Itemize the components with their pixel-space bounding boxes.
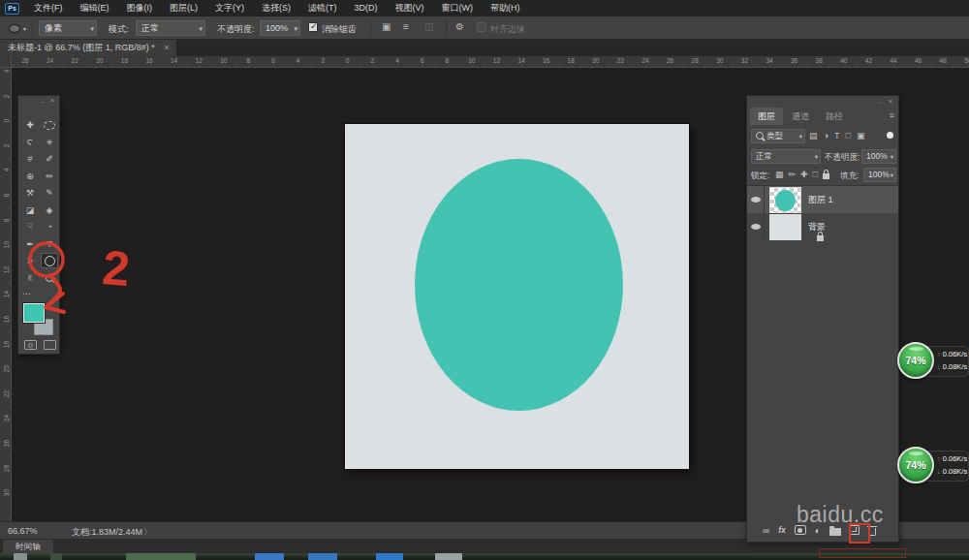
pen-tool[interactable]: ✒ bbox=[21, 236, 39, 252]
menu-item-2[interactable]: 图像(I) bbox=[118, 0, 162, 16]
h-ruler-tick: 6 bbox=[271, 57, 275, 64]
eyedropper-tool[interactable]: ✐ bbox=[41, 151, 58, 167]
taskbar-item-1[interactable] bbox=[50, 553, 62, 560]
ellipse-tool[interactable] bbox=[41, 253, 58, 268]
screen-mode-icon[interactable] bbox=[44, 340, 56, 350]
opacity-select[interactable]: 100% bbox=[260, 20, 300, 36]
layer-thumbnail[interactable] bbox=[769, 187, 801, 213]
quick-mask-icon[interactable] bbox=[24, 340, 37, 350]
eraser-tool[interactable]: ◪ bbox=[21, 202, 39, 218]
layer-visibility-toggle[interactable] bbox=[747, 186, 765, 213]
panel-collapse-close-icons[interactable]: ‥ × bbox=[878, 98, 894, 106]
current-tool-button[interactable]: ▾ bbox=[6, 20, 33, 36]
tool-settings-gear-icon[interactable]: ⚙ bbox=[455, 21, 464, 32]
menu-item-9[interactable]: 窗口(W) bbox=[433, 0, 483, 16]
menu-item-4[interactable]: 文字(Y) bbox=[206, 0, 253, 16]
layer-filter-select[interactable]: 类型 bbox=[751, 129, 805, 143]
paint-bucket-tool[interactable]: ◈ bbox=[41, 202, 58, 218]
badge-percent-circle[interactable]: 74% bbox=[897, 342, 934, 379]
antialias-checkbox[interactable] bbox=[308, 22, 318, 32]
filter-type-layers-icon[interactable]: T bbox=[834, 131, 840, 140]
menu-item-3[interactable]: 图层(L) bbox=[161, 0, 206, 16]
magic-wand-tool[interactable]: ✳ bbox=[41, 135, 58, 150]
h-ruler-tick: 30 bbox=[716, 57, 723, 64]
filter-smart-object-icon[interactable]: ▣ bbox=[857, 131, 865, 140]
drawn-ellipse-shape[interactable] bbox=[415, 159, 623, 411]
taskbar-item-3[interactable] bbox=[255, 553, 284, 560]
more-tools-icon[interactable]: ⋯ bbox=[22, 289, 31, 298]
filter-shape-layers-icon[interactable]: □ bbox=[845, 131, 850, 140]
layer-thumbnail[interactable] bbox=[769, 214, 801, 240]
layers-panel-tab-1[interactable]: 通道 bbox=[784, 108, 817, 125]
zoom-level-value[interactable]: 66.67% bbox=[8, 526, 38, 536]
taskbar-item-4[interactable] bbox=[308, 553, 337, 560]
document-tab[interactable]: 未标题-1 @ 66.7% (图层 1, RGB/8#) * × bbox=[0, 40, 177, 56]
network-speed-badge[interactable]: ↑0.06K/s↓0.08K/s74% bbox=[897, 447, 969, 485]
canvas[interactable] bbox=[345, 124, 689, 469]
pencil-tool[interactable]: ✎ bbox=[41, 185, 58, 201]
layer-row-0[interactable]: 图层 1 bbox=[747, 186, 898, 213]
taskbar-item-6[interactable] bbox=[435, 553, 462, 560]
layer-visibility-toggle[interactable] bbox=[747, 213, 765, 240]
path-operations-icon[interactable]: ▣ bbox=[382, 21, 391, 32]
lasso-tool[interactable]: Ϛ bbox=[21, 135, 39, 150]
lock-all-icon[interactable] bbox=[823, 173, 829, 179]
hand-tool[interactable]: ✌ bbox=[21, 270, 39, 286]
clone-stamp-tool[interactable]: ⚒ bbox=[21, 185, 39, 201]
layers-panel-tab-0[interactable]: 图层 bbox=[750, 108, 783, 125]
lock-image-pixels-icon[interactable]: ✏ bbox=[789, 170, 797, 179]
menu-item-1[interactable]: 编辑(E) bbox=[72, 0, 118, 16]
taskbar-item-0[interactable] bbox=[14, 553, 27, 560]
menu-item-5[interactable]: 选择(S) bbox=[253, 0, 299, 16]
smudge-tool[interactable]: ☟ bbox=[21, 219, 39, 234]
vertical-ruler[interactable]: 42024681012141618202224262830 bbox=[0, 68, 12, 521]
move-tool[interactable]: ✚ bbox=[21, 117, 39, 133]
foreground-color-swatch[interactable] bbox=[23, 303, 45, 323]
filter-pixel-layers-icon[interactable]: ▤ bbox=[809, 131, 818, 140]
network-speed-badge[interactable]: ↑0.06K/s↓0.08K/s74% bbox=[897, 342, 969, 381]
blend-mode-select[interactable]: 正常 bbox=[751, 149, 821, 164]
dodge-tool[interactable]: ◔ bbox=[41, 219, 58, 234]
lock-position-icon[interactable]: ✚ bbox=[800, 170, 808, 179]
panel-menu-icon[interactable]: ≡ bbox=[890, 110, 894, 120]
zoom-tool[interactable] bbox=[41, 270, 58, 286]
filter-adjustment-layers-icon[interactable]: ◑ bbox=[824, 131, 828, 140]
lock-transparent-pixels-icon[interactable]: ▦ bbox=[775, 170, 784, 179]
menu-item-6[interactable]: 滤镜(T) bbox=[299, 0, 346, 16]
menu-item-7[interactable]: 3D(D) bbox=[346, 0, 387, 16]
taskbar-item-2[interactable] bbox=[126, 553, 196, 560]
layers-opacity-select[interactable]: 100% bbox=[861, 149, 896, 164]
status-expand-arrow-icon[interactable]: 〉 bbox=[143, 526, 152, 539]
delete-layer-icon[interactable] bbox=[868, 528, 876, 536]
new-group-icon[interactable] bbox=[829, 528, 841, 536]
close-tab-icon[interactable]: × bbox=[164, 43, 169, 52]
filter-toggle-icon[interactable] bbox=[887, 132, 893, 139]
panel-collapse-close-icons[interactable]: ‥ × bbox=[40, 97, 56, 105]
badge-percent-circle[interactable]: 74% bbox=[897, 447, 934, 483]
layer-row-1[interactable]: 背景 bbox=[747, 213, 898, 240]
3d-extrude-icon[interactable]: ◫ bbox=[424, 21, 433, 32]
windows-taskbar[interactable] bbox=[0, 553, 969, 560]
type-tool[interactable]: T bbox=[41, 236, 58, 252]
taskbar-item-5[interactable] bbox=[376, 553, 403, 560]
align-edges-checkbox[interactable] bbox=[477, 22, 486, 32]
align-distribute-icon[interactable]: ≡ bbox=[403, 21, 409, 32]
v-ruler-tick: 14 bbox=[3, 289, 10, 300]
path-selection-tool[interactable]: ➤ bbox=[21, 253, 39, 268]
menu-item-8[interactable]: 视图(V) bbox=[387, 0, 433, 16]
layer-style-fx-icon[interactable]: fx bbox=[778, 525, 786, 535]
shape-fill-type-select[interactable]: 像素 bbox=[39, 20, 97, 36]
crop-tool[interactable]: # bbox=[21, 151, 39, 167]
fill-select[interactable]: 100% bbox=[863, 168, 896, 182]
healing-brush-tool[interactable]: ⊕ bbox=[21, 169, 39, 184]
timeline-tab[interactable]: 时间轴 bbox=[3, 540, 53, 553]
elliptical-marquee-tool[interactable] bbox=[41, 117, 58, 133]
layers-panel-tab-2[interactable]: 路径 bbox=[818, 108, 851, 125]
menu-item-10[interactable]: 帮助(H) bbox=[482, 0, 529, 16]
brush-tool[interactable]: ✏ bbox=[41, 169, 58, 184]
lock-artboard-icon[interactable]: □ bbox=[813, 170, 818, 179]
menu-item-0[interactable]: 文件(F) bbox=[25, 0, 72, 16]
horizontal-ruler[interactable]: 2624222018161412108642024681012141618202… bbox=[12, 56, 969, 68]
link-layers-icon[interactable]: ∞ bbox=[763, 525, 769, 536]
mode-select[interactable]: 正常 bbox=[136, 20, 205, 36]
